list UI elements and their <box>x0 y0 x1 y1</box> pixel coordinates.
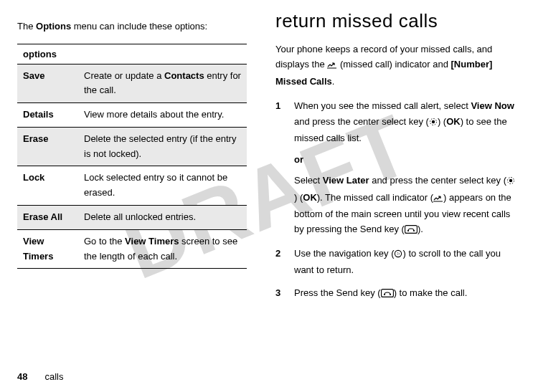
footer-section: calls <box>44 371 63 382</box>
intro-menu-name: Options <box>36 21 71 32</box>
text: and press the center select key ( <box>369 175 506 186</box>
svg-point-8 <box>397 252 400 254</box>
step-body: When you see the missed call alert, sele… <box>294 98 516 239</box>
text: ) to make the call. <box>394 287 468 298</box>
view-now-label: View Now <box>471 100 514 111</box>
desc-bold: Contacts <box>164 70 204 81</box>
step-item: 3 Press the Send key () to make the call… <box>275 285 516 302</box>
step-number: 2 <box>275 246 284 278</box>
svg-point-0 <box>432 120 435 123</box>
text: ) ( <box>294 192 303 203</box>
navigation-key-icon <box>394 247 402 262</box>
svg-rect-4 <box>405 226 418 234</box>
missed-call-icon <box>327 58 337 73</box>
view-later-label: View Later <box>323 175 369 186</box>
table-row: Erase Delete the selected entry (if the … <box>17 127 247 166</box>
intro-text-pre: The <box>17 21 36 32</box>
table-row: Details View more details about the entr… <box>17 103 247 128</box>
center-select-key-icon <box>506 174 515 189</box>
missed-call-icon <box>433 191 443 206</box>
option-desc: Delete all unlocked entries. <box>78 206 247 230</box>
text: (missed call) indicator and <box>340 59 451 70</box>
step-body: Use the navigation key () to scroll to t… <box>294 246 516 278</box>
table-row: View Timers Go to the View Timers screen… <box>17 229 247 269</box>
page-content: The Options menu can include these optio… <box>0 0 533 309</box>
table-row: Erase All Delete all unlocked entries. <box>17 206 247 230</box>
intro-paragraph: Your phone keeps a record of your missed… <box>275 42 516 89</box>
ok-label: OK <box>446 116 461 127</box>
text: Press the Send key ( <box>294 287 381 298</box>
svg-point-2 <box>509 179 512 182</box>
option-desc: Delete the selected entry (if the entry … <box>78 127 247 166</box>
option-name: Erase <box>17 127 78 166</box>
option-desc: Go to the View Timers screen to see the … <box>78 229 247 269</box>
text: and press the center select key ( <box>294 116 429 127</box>
desc-text: Go to the <box>84 236 125 247</box>
right-column: return missed calls Your phone keeps a r… <box>275 10 516 309</box>
text: Select <box>294 175 323 186</box>
option-desc: View more details about the entry. <box>78 103 247 128</box>
or-separator: or <box>294 152 516 167</box>
option-name: Details <box>17 103 78 128</box>
center-select-key-icon <box>429 115 438 130</box>
options-table-header: options <box>17 44 247 64</box>
text: When you see the missed call alert, sele… <box>294 100 471 111</box>
ok-label: OK <box>303 192 317 203</box>
text: ). <box>418 224 423 234</box>
step-number: 3 <box>275 285 284 302</box>
option-name: Erase All <box>17 206 78 230</box>
page-number: 48 <box>17 371 27 382</box>
left-column: The Options menu can include these optio… <box>17 10 247 309</box>
option-desc: Lock selected entry so it cannot be eras… <box>78 166 247 206</box>
intro-text-post: menu can include these options: <box>71 21 207 32</box>
section-heading: return missed calls <box>275 10 516 32</box>
send-key-icon <box>405 223 418 238</box>
text: Use the navigation key ( <box>294 248 394 259</box>
step-body: Press the Send key () to make the call. <box>294 285 516 302</box>
svg-point-5 <box>407 230 409 231</box>
options-intro: The Options menu can include these optio… <box>17 19 247 34</box>
option-name: View Timers <box>17 229 78 269</box>
text: ) ( <box>438 116 446 127</box>
svg-point-6 <box>413 230 415 231</box>
svg-point-11 <box>390 294 391 295</box>
desc-bold: View Timers <box>125 236 179 247</box>
svg-rect-9 <box>381 289 393 297</box>
option-name: Lock <box>17 166 78 206</box>
desc-text: Create or update a <box>84 70 164 81</box>
options-table: options Save Create or update a Contacts… <box>17 44 247 269</box>
steps-list: 1 When you see the missed call alert, se… <box>275 98 516 302</box>
table-row: Lock Lock selected entry so it cannot be… <box>17 166 247 206</box>
step-number: 1 <box>275 98 284 239</box>
text: ). The missed call indicator ( <box>317 192 433 203</box>
step-item: 1 When you see the missed call alert, se… <box>275 98 516 239</box>
page-footer: 48calls <box>17 371 63 382</box>
option-name: Save <box>17 64 78 103</box>
table-row: Save Create or update a Contacts entry f… <box>17 64 247 103</box>
svg-point-7 <box>395 250 402 257</box>
option-desc: Create or update a Contacts entry for th… <box>78 64 247 103</box>
send-key-icon <box>381 287 394 302</box>
step-item: 2 Use the navigation key () to scroll to… <box>275 246 516 278</box>
text: . <box>332 76 335 87</box>
svg-point-10 <box>384 294 385 295</box>
